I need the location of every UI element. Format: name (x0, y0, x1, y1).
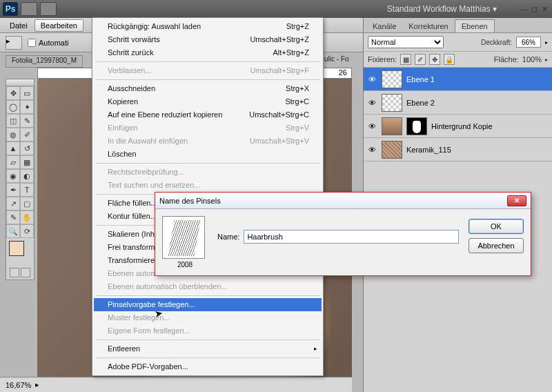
layer-mask-thumbnail[interactable] (406, 117, 427, 135)
tab-korrekturen[interactable]: Korrekturen (402, 20, 454, 32)
rotate-tool[interactable]: ⟳ (20, 224, 34, 238)
tab-kanaele[interactable]: Kanäle (366, 20, 402, 32)
visibility-toggle[interactable]: 👁 (366, 144, 377, 155)
zoom-tool[interactable]: 🔍 (6, 224, 20, 238)
brush-preview (162, 216, 205, 259)
visibility-toggle[interactable]: 👁 (366, 121, 377, 132)
eyedropper-tool[interactable]: ✎ (20, 114, 34, 128)
toolbox-handle[interactable] (6, 79, 34, 86)
menu-item[interactable]: Auf eine Ebene reduziert kopierenUmschal… (94, 108, 322, 121)
gradient-tool[interactable]: ▦ (20, 155, 34, 169)
eraser-tool[interactable]: ▱ (6, 155, 20, 169)
history-brush-tool[interactable]: ↺ (20, 141, 34, 155)
path-tool[interactable]: ↗ (6, 197, 20, 210)
blend-mode-select[interactable]: Normal (368, 36, 444, 48)
pen-tool[interactable]: ✒ (6, 183, 20, 197)
lasso-tool[interactable]: ◯ (6, 100, 20, 114)
lock-all-icon[interactable]: 🔒 (444, 54, 455, 65)
toolbox: ✥▭ ◯✦ ◫✎ ◍✐ ▲↺ ▱▦ ◉◐ ✒T ↗▢ ✎✋ 🔍⟳ (6, 79, 34, 280)
layer-row[interactable]: 👁Ebene 1 (364, 68, 552, 91)
menu-item[interactable]: Löschen (94, 148, 322, 161)
crop-tool[interactable]: ◫ (6, 114, 20, 128)
app-icon: Ps (3, 2, 18, 16)
cancel-button[interactable]: Abbrechen (469, 238, 524, 253)
brush-size-label: 2008 (162, 261, 208, 268)
blur-tool[interactable]: ◉ (6, 169, 20, 183)
minimize-button[interactable]: — (520, 5, 527, 14)
layer-thumbnail[interactable] (382, 141, 402, 159)
layer-row[interactable]: 👁Hintergrund Kopie (364, 115, 552, 138)
zoom-level[interactable]: 16,67% (6, 381, 31, 389)
cursor-icon: ➤ (154, 307, 164, 320)
menu-bearbeiten[interactable]: Bearbeiten (34, 19, 83, 32)
layer-row[interactable]: 👁Ebene 2 (364, 91, 552, 115)
menu-item[interactable]: Pinselvorgabe festlegen... (94, 298, 322, 311)
visibility-toggle[interactable]: 👁 (366, 74, 377, 85)
dialog-close-button[interactable]: ✕ (507, 195, 526, 206)
layer-thumbnail[interactable] (382, 94, 402, 112)
menu-item[interactable]: Muster festlegen... (94, 311, 322, 324)
lock-pixels-icon[interactable]: ✐ (415, 54, 426, 65)
menu-item[interactable]: Schritt zurückAlt+Strg+Z (94, 46, 322, 59)
bridge-button[interactable] (21, 2, 37, 16)
doc-suffix-label: ulic - Fo (324, 55, 349, 63)
menu-item[interactable]: Ebenen automatisch überblenden... (94, 280, 322, 293)
menu-item[interactable]: AusschneidenStrg+X (94, 82, 322, 95)
tool-preset-picker[interactable]: ▸ (6, 36, 22, 50)
ok-button[interactable]: OK (469, 219, 524, 234)
layers-list: 👁Ebene 1👁Ebene 2👁Hintergrund Kopie👁Keram… (364, 68, 552, 161)
layer-name[interactable]: Ebene 1 (406, 75, 435, 84)
brush-name-input[interactable] (244, 230, 459, 244)
brush-name-dialog: Name des Pinsels ✕ 2008 Name: OK Abbrech… (155, 192, 531, 276)
heal-tool[interactable]: ◍ (6, 128, 20, 141)
opacity-value[interactable]: 66% (516, 37, 541, 48)
menu-item[interactable]: KopierenStrg+C (94, 95, 322, 108)
auto-checkbox[interactable]: Automati (28, 39, 68, 47)
stamp-tool[interactable]: ▲ (6, 141, 20, 155)
menu-item[interactable]: Text suchen und ersetzen... (94, 179, 322, 192)
hand-tool[interactable]: ✋ (20, 210, 34, 224)
menu-item[interactable]: EinfügenStrg+V (94, 121, 322, 135)
menu-item[interactable]: Rückgängig: Auswahl ladenStrg+Z (94, 20, 322, 33)
type-tool[interactable]: T (20, 183, 34, 197)
move-tool[interactable]: ✥ (6, 86, 20, 100)
menu-item[interactable]: Adobe PDF-Vorgaben... (94, 360, 322, 373)
shape-tool[interactable]: ▢ (20, 197, 34, 210)
layer-thumbnail[interactable] (382, 117, 402, 135)
menu-item[interactable]: In die Auswahl einfügenUmschalt+Strg+V (94, 135, 322, 148)
menu-item[interactable]: Entleeren (94, 342, 322, 355)
foreground-swatch[interactable] (9, 241, 24, 256)
color-swatches[interactable] (6, 238, 34, 266)
tab-ebenen[interactable]: Ebenen (455, 19, 495, 32)
maximize-button[interactable]: ◻ (531, 5, 538, 14)
lock-position-icon[interactable]: ✥ (429, 54, 440, 65)
menu-item[interactable]: Eigene Form festlegen... (94, 324, 322, 337)
notes-tool[interactable]: ✎ (6, 210, 20, 224)
statusbar: 16,67% ▸ (0, 377, 352, 392)
quickmask-mode[interactable] (21, 268, 30, 277)
standard-mode[interactable] (10, 268, 19, 277)
layer-row[interactable]: 👁Keramik_115 (364, 138, 552, 161)
menu-item[interactable]: Verblassen...Umschalt+Strg+F (94, 64, 322, 77)
layer-name[interactable]: Ebene 2 (406, 99, 435, 107)
menu-item[interactable]: Rechtschreibprüfung... (94, 166, 322, 179)
name-label: Name: (217, 233, 239, 241)
fill-value[interactable]: 100% (522, 55, 542, 63)
marquee-tool[interactable]: ▭ (20, 86, 34, 100)
titlebar: Ps Standard Workflow Matthias ▾ — ◻ ✕ (0, 0, 552, 18)
brush-tool[interactable]: ✐ (20, 128, 34, 141)
dialog-title: Name des Pinsels (159, 197, 507, 205)
workspace-switcher[interactable]: Standard Workflow Matthias ▾ (387, 4, 497, 14)
wand-tool[interactable]: ✦ (20, 100, 34, 114)
menu-datei[interactable]: Datei (4, 20, 33, 31)
layer-thumbnail[interactable] (382, 70, 402, 88)
dodge-tool[interactable]: ◐ (20, 169, 34, 183)
visibility-toggle[interactable]: 👁 (366, 97, 377, 108)
menu-item[interactable]: Schritt vorwärtsUmschalt+Strg+Z (94, 33, 322, 46)
lock-transparency-icon[interactable]: ▦ (400, 54, 411, 65)
layer-name[interactable]: Hintergrund Kopie (431, 122, 493, 130)
document-tab[interactable]: Fotolia_12997800_M (6, 55, 83, 68)
layer-name[interactable]: Keramik_115 (406, 146, 451, 154)
close-button[interactable]: ✕ (542, 5, 548, 14)
view-button[interactable] (40, 2, 57, 16)
